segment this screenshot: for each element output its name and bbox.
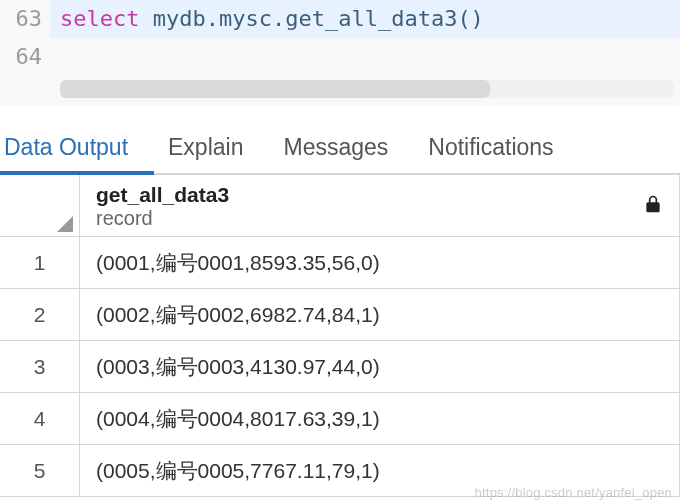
column-header[interactable]: get_all_data3 record — [80, 175, 680, 236]
tab-messages[interactable]: Messages — [283, 120, 414, 173]
scrollbar-thumb[interactable] — [60, 80, 490, 98]
column-name: get_all_data3 — [96, 183, 229, 207]
data-cell[interactable]: (0003,编号0003,4130.97,44,0) — [80, 341, 680, 392]
grid-corner[interactable] — [0, 175, 80, 236]
row-number[interactable]: 5 — [0, 445, 80, 496]
row-number[interactable]: 2 — [0, 289, 80, 340]
code-content[interactable]: select mydb.mysc.get_all_data3() — [50, 0, 680, 38]
results-tabs: Data OutputExplainMessagesNotifications — [0, 120, 680, 175]
table-row[interactable]: 1(0001,编号0001,8593.35,56,0) — [0, 237, 680, 289]
lock-icon — [643, 193, 663, 220]
line-number: 63 — [0, 0, 50, 38]
editor-line[interactable]: 63select mydb.mysc.get_all_data3() — [0, 0, 680, 38]
grid-header-row: get_all_data3 record — [0, 175, 680, 237]
line-number: 64 — [0, 38, 50, 76]
row-number[interactable]: 4 — [0, 393, 80, 444]
sql-editor[interactable]: 63select mydb.mysc.get_all_data3()64 — [0, 0, 680, 106]
editor-horizontal-scrollbar[interactable] — [60, 80, 674, 98]
results-grid: get_all_data3 record 1(0001,编号0001,8593.… — [0, 175, 680, 497]
data-cell[interactable]: (0005,编号0005,7767.11,79,1) — [80, 445, 680, 496]
select-all-triangle-icon — [57, 216, 73, 232]
editor-line[interactable]: 64 — [0, 38, 680, 76]
table-row[interactable]: 3(0003,编号0003,4130.97,44,0) — [0, 341, 680, 393]
tab-explain[interactable]: Explain — [168, 120, 269, 173]
tab-notifications[interactable]: Notifications — [428, 120, 579, 173]
table-row[interactable]: 2(0002,编号0002,6982.74,84,1) — [0, 289, 680, 341]
table-row[interactable]: 5(0005,编号0005,7767.11,79,1) — [0, 445, 680, 497]
data-cell[interactable]: (0001,编号0001,8593.35,56,0) — [80, 237, 680, 288]
column-type: record — [96, 207, 229, 230]
data-cell[interactable]: (0002,编号0002,6982.74,84,1) — [80, 289, 680, 340]
row-number[interactable]: 3 — [0, 341, 80, 392]
table-row[interactable]: 4(0004,编号0004,8017.63,39,1) — [0, 393, 680, 445]
row-number[interactable]: 1 — [0, 237, 80, 288]
tab-data-output[interactable]: Data Output — [0, 120, 154, 175]
data-cell[interactable]: (0004,编号0004,8017.63,39,1) — [80, 393, 680, 444]
